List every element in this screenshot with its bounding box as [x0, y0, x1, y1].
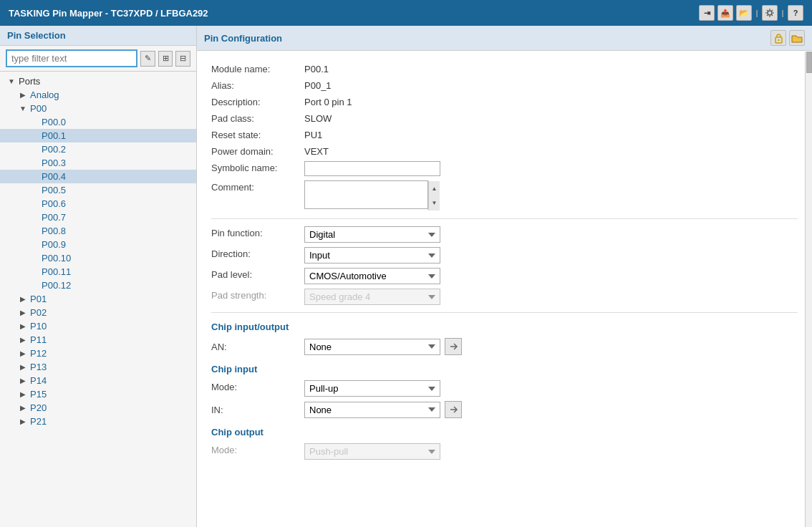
lock-icon[interactable] [770, 30, 786, 46]
vertical-scrollbar[interactable] [805, 52, 812, 527]
tree-item-p15[interactable]: ▶ P15 [0, 387, 196, 401]
edit-filter-btn[interactable]: ✎ [140, 51, 155, 67]
tree-item-p10[interactable]: ▶ P10 [0, 319, 196, 333]
chip-output-mode-row: Mode: Push-pull Open drain [211, 443, 798, 460]
tree-item-p21[interactable]: ▶ P21 [0, 415, 196, 428]
p14-label: P14 [29, 375, 47, 386]
p10-toggle: ▶ [17, 322, 29, 330]
tree-item-p00-7[interactable]: P00.7 [0, 211, 196, 224]
tree-item-analog[interactable]: ▶ Analog [0, 88, 196, 102]
module-name-row: Module name: P00.1 [211, 62, 798, 74]
chip-input-in-label: IN: [211, 405, 304, 415]
tree-item-p00-9[interactable]: P00.9 [0, 238, 196, 251]
comment-label: Comment: [211, 180, 304, 193]
p00-7-label: P00.7 [40, 212, 66, 223]
p11-toggle: ▶ [17, 336, 29, 344]
p00-8-label: P00.8 [40, 226, 66, 236]
p13-label: P13 [29, 362, 47, 372]
comment-input[interactable] [304, 180, 428, 209]
tree-item-p00-4[interactable]: P00.4 [0, 170, 196, 183]
tree-item-p00-6[interactable]: P00.6 [0, 197, 196, 211]
tree-item-p20[interactable]: ▶ P20 [0, 401, 196, 415]
chip-output-mode-label: Mode: [211, 443, 304, 455]
settings-icon[interactable] [762, 5, 778, 21]
svg-point-2 [778, 39, 779, 40]
comment-scroll-btns: ▲ ▼ [428, 181, 440, 211]
import-file-icon[interactable]: 📤 [717, 5, 733, 21]
tree-item-p00-1[interactable]: P00.1 [0, 129, 196, 142]
tree-item-ports[interactable]: ▼ Ports [0, 74, 196, 88]
chip-input-section-title: Chip input [211, 364, 798, 374]
tree-item-p00-12[interactable]: P00.12 [0, 279, 196, 292]
pad-level-select[interactable]: CMOS/Automotive TTL LVDS [304, 268, 440, 284]
chip-io-an-arrow-btn[interactable] [445, 338, 462, 355]
chip-io-an-label: AN: [211, 342, 304, 352]
p00-0-label: P00.0 [40, 117, 66, 127]
pad-class-value: SLOW [304, 112, 332, 124]
chip-io-an-row: AN: None [211, 338, 798, 355]
direction-label: Direction: [211, 247, 304, 259]
reset-state-label: Reset state: [211, 128, 304, 140]
chip-input-in-arrow-btn[interactable] [445, 401, 462, 418]
open-icon[interactable]: 📂 [736, 5, 752, 21]
p00-1-label: P00.1 [40, 130, 66, 141]
description-row: Description: Port 0 pin 1 [211, 95, 798, 107]
export-icon[interactable]: ⇥ [699, 5, 715, 21]
p01-label: P01 [29, 294, 47, 304]
tree-item-p13[interactable]: ▶ P13 [0, 360, 196, 374]
scrollbar-thumb[interactable] [806, 52, 812, 73]
pin-function-row: Pin function: Digital Analog [211, 226, 798, 243]
help-icon[interactable]: ? [788, 5, 803, 21]
tree-item-p00-10[interactable]: P00.10 [0, 251, 196, 265]
p00-10-label: P00.10 [40, 253, 71, 264]
filter-input[interactable] [6, 49, 137, 67]
reset-state-row: Reset state: PU1 [211, 128, 798, 140]
reset-state-value: PU1 [304, 128, 322, 140]
tree-item-p00-5[interactable]: P00.5 [0, 183, 196, 197]
chip-input-mode-select[interactable]: Pull-up Pull-down No pull [304, 380, 440, 397]
tree-item-p11[interactable]: ▶ P11 [0, 333, 196, 347]
chip-io-section-title: Chip input/output [211, 321, 798, 332]
pad-level-label: Pad level: [211, 268, 304, 280]
collapse-all-btn[interactable]: ⊟ [175, 51, 190, 67]
expand-all-btn[interactable]: ⊞ [158, 51, 173, 67]
tree-item-p00-0[interactable]: P00.0 [0, 115, 196, 129]
comment-scroll-up[interactable]: ▲ [429, 181, 440, 196]
chip-input-mode-label: Mode: [211, 380, 304, 392]
p02-toggle: ▶ [17, 309, 29, 316]
pin-function-select[interactable]: Digital Analog [304, 226, 440, 243]
tree-item-p00-3[interactable]: P00.3 [0, 156, 196, 170]
chip-input-in-select[interactable]: None [304, 402, 440, 418]
alias-value: P00_1 [304, 79, 332, 91]
tree-item-p01[interactable]: ▶ P01 [0, 292, 196, 306]
tree-item-p02[interactable]: ▶ P02 [0, 306, 196, 319]
tree-item-p00-11[interactable]: P00.11 [0, 265, 196, 279]
alias-label: Alias: [211, 79, 304, 91]
power-domain-label: Power domain: [211, 145, 304, 157]
symbolic-name-input[interactable] [304, 161, 440, 176]
tree-item-p12[interactable]: ▶ P12 [0, 347, 196, 360]
direction-select[interactable]: Input Output Bidirectional [304, 247, 440, 264]
title-bar: TASKING Pin Mapper - TC37XPD / LFBGA292 … [0, 0, 812, 26]
chip-output-section-title: Chip output [211, 427, 798, 437]
chip-io-an-select[interactable]: None [304, 339, 440, 355]
comment-scroll-down[interactable]: ▼ [429, 196, 440, 211]
folder-icon[interactable] [789, 30, 805, 46]
tree-item-p00-8[interactable]: P00.8 [0, 224, 196, 238]
pad-class-label: Pad class: [211, 112, 304, 124]
chip-input-in-row: IN: None [211, 401, 798, 418]
comment-row: Comment: ▲ ▼ [211, 180, 798, 211]
pad-strength-select[interactable]: Speed grade 4 Speed grade 1 Speed grade … [304, 289, 440, 305]
power-domain-value: VEXT [304, 145, 329, 157]
tree-item-p00-2[interactable]: P00.2 [0, 142, 196, 156]
svg-point-0 [768, 11, 772, 15]
chip-input-mode-row: Mode: Pull-up Pull-down No pull [211, 380, 798, 397]
symbolic-name-label: Symbolic name: [211, 161, 304, 173]
tree-item-p14[interactable]: ▶ P14 [0, 374, 196, 387]
chip-output-mode-select[interactable]: Push-pull Open drain [304, 443, 440, 460]
symbolic-name-row: Symbolic name: [211, 161, 798, 176]
p21-toggle: ▶ [17, 417, 29, 425]
tree-item-p00[interactable]: ▼ P00 [0, 102, 196, 115]
pad-class-row: Pad class: SLOW [211, 112, 798, 124]
p00-2-label: P00.2 [40, 144, 66, 155]
